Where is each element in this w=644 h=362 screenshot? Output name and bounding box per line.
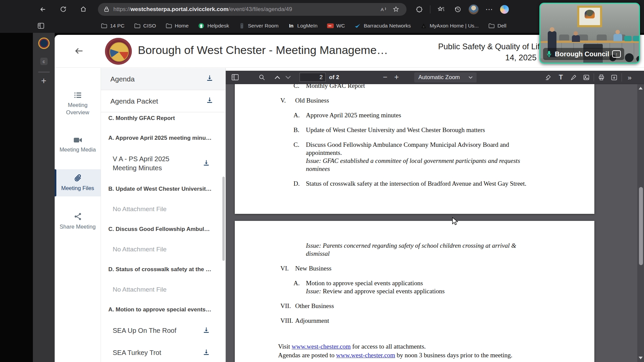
pdf-text-line: V.Old Business (235, 97, 594, 105)
bookmark-item[interactable]: Dell (485, 21, 510, 31)
bookmark-item[interactable]: WC (324, 21, 348, 31)
agenda-item-label: D. Status of crosswalk safety at the int… (101, 266, 225, 273)
profile-avatar[interactable] (469, 4, 479, 14)
pdf-list-number: D. (293, 180, 306, 188)
pdf-line-text: Old Business (295, 97, 329, 105)
pdf-list-number: VII. (280, 302, 295, 310)
download-icon[interactable] (203, 326, 210, 335)
pdf-link[interactable]: www.west-chester.com (336, 352, 395, 359)
pdf-page-input[interactable] (300, 73, 326, 82)
text-tool-icon[interactable]: T (555, 72, 566, 83)
pdf-prev-page-icon[interactable] (272, 72, 283, 83)
read-aloud-icon[interactable]: A (378, 3, 390, 15)
bookmark-item[interactable]: MyAxon Home | Us... (417, 21, 482, 31)
bookmark-item[interactable]: InLogMeIn (284, 21, 321, 31)
favorites-bar-icon[interactable] (435, 3, 447, 15)
helpdesk-icon (198, 23, 205, 29)
bookmark-item[interactable]: Server Room (235, 21, 282, 31)
bookmark-item[interactable]: CISO (130, 21, 159, 31)
attachment-row[interactable]: SEA Up On The Roof (101, 326, 225, 335)
collapsed-tab-icon[interactable]: c (40, 58, 48, 65)
agenda-item-label: B. Update of West Chester University … (101, 186, 225, 192)
refresh-icon[interactable] (57, 3, 69, 15)
civicclerk-tab-icon[interactable] (38, 38, 50, 49)
sidebar-item-meeting-overview[interactable]: Meeting Overview (55, 87, 101, 121)
pdf-text-line: VI.New Business (235, 264, 594, 273)
download-icon[interactable] (206, 97, 213, 106)
video-overlay[interactable]: Borough Council ↑ (539, 3, 640, 64)
sidebar-item-label: Share Meeting (60, 223, 96, 230)
pdf-text-line: C.Monthly GFAC Report (235, 84, 594, 90)
pdf-toolbar: of 2 − + Automatic Zoom T (226, 71, 644, 84)
more-tools-icon[interactable]: » (624, 72, 635, 83)
divider (430, 5, 430, 13)
pdf-line-text: New Business (295, 264, 331, 273)
new-tab-button[interactable]: + (41, 76, 47, 86)
agenda-item-label: A. Approve April 2025 meeting minutes (101, 135, 225, 141)
extensions-icon[interactable] (413, 3, 425, 15)
sidebar-panel-icon[interactable] (35, 20, 47, 32)
page-title: Borough of West Chester - Meeting Manage… (138, 44, 388, 57)
favorite-star-icon[interactable] (390, 3, 402, 15)
print-icon[interactable] (596, 72, 607, 83)
audience-head (625, 53, 634, 62)
url-bar[interactable]: https://westchesterpa.portal.civicclerk.… (98, 3, 407, 16)
zoom-out-icon[interactable]: − (379, 73, 391, 82)
open-video-icon[interactable]: ↑ (612, 50, 621, 58)
bookmark-item[interactable]: Helpdesk (195, 21, 232, 31)
sidebar-item-share-meeting[interactable]: Share Meeting (55, 208, 101, 235)
lock-icon[interactable] (103, 3, 110, 15)
pdf-sidebar-toggle-icon[interactable] (230, 72, 240, 83)
download-icon[interactable] (206, 74, 213, 83)
scroll-up-icon[interactable] (639, 87, 643, 89)
pdf-next-page-icon[interactable] (283, 72, 293, 83)
sidebar-item-meeting-files[interactable]: Meeting Files (55, 169, 101, 196)
bookmark-item[interactable]: Barracuda Networks (351, 21, 414, 31)
sidebar-item-meeting-media[interactable]: Meeting Media (55, 132, 101, 158)
download-icon[interactable] (203, 159, 210, 168)
no-attachment-label: No Attachment File (101, 286, 225, 293)
image-tool-icon[interactable] (581, 72, 592, 83)
pdf-scrollbar[interactable] (637, 84, 644, 362)
attachment-label: V A - PS April 2025 Meeting Minutes (113, 155, 195, 173)
more-menu-icon[interactable]: ⋯ (483, 3, 495, 15)
pdf-line-text: Monthly GFAC Report (306, 84, 365, 90)
list-icon (73, 92, 82, 99)
app-back-button[interactable] (74, 46, 84, 57)
server-icon (238, 23, 245, 29)
attachment-row[interactable]: SEA Turkey Trot (101, 348, 225, 357)
bookmark-item[interactable]: Home (162, 21, 192, 31)
share-icon (74, 213, 82, 221)
pdf-link[interactable]: www.west-chester.com (292, 343, 351, 350)
bookmark-label: Home (175, 23, 189, 29)
file-section-label: Agenda (110, 75, 135, 83)
pdf-line-text: Motion to approve special events applica… (306, 279, 445, 295)
pdf-text-line: Issue: Parents concerned regarding safet… (235, 242, 594, 258)
highlighter-icon[interactable] (543, 72, 553, 83)
pdf-search-icon[interactable] (257, 72, 267, 83)
pdf-list-number: C. (293, 141, 306, 173)
pdf-canvas-area[interactable]: C.Monthly GFAC ReportV.Old BusinessA.App… (226, 84, 644, 362)
home-icon[interactable] (77, 3, 89, 15)
zoom-in-icon[interactable]: + (391, 73, 402, 82)
copilot-icon[interactable] (500, 5, 509, 14)
pdf-scrollbar-thumb[interactable] (639, 187, 643, 265)
scroll-down-icon[interactable] (639, 357, 643, 359)
zoom-select[interactable]: Automatic Zoom (414, 72, 477, 82)
back-icon[interactable] (37, 3, 49, 15)
file-section-row[interactable]: Agenda Packet (101, 90, 225, 112)
bookmark-item[interactable]: 14 PC (97, 21, 128, 31)
download-icon[interactable] (203, 349, 210, 357)
pdf-line-text: Approve April 2025 meeting minutes (306, 111, 401, 119)
url-text[interactable]: https://westchesterpa.portal.civicclerk.… (113, 6, 378, 13)
files-scrollbar[interactable] (222, 177, 225, 261)
pdf-text-line: VII.Other Business (235, 302, 594, 310)
history-icon[interactable] (452, 3, 464, 15)
bookmark-label: CISO (143, 23, 156, 29)
draw-tool-icon[interactable] (568, 72, 579, 83)
attachment-row[interactable]: V A - PS April 2025 Meeting Minutes (101, 155, 225, 173)
pdf-line-text: Adjournment (295, 317, 329, 325)
file-section-row[interactable]: Agenda (101, 68, 225, 90)
pdf-text-line: C.Discuss Good Fellowship Ambulance Comp… (235, 141, 594, 173)
download-file-icon[interactable] (609, 72, 620, 83)
